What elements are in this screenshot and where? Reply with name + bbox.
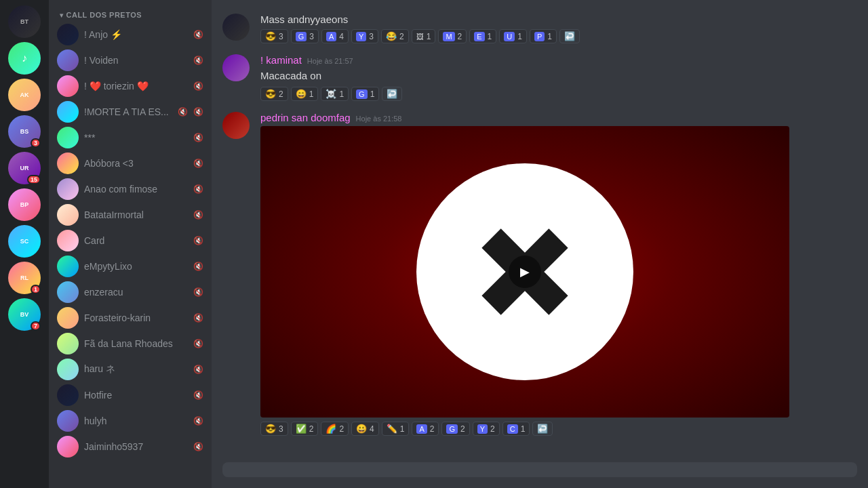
message-content: pedrin san doomfag Hoje às 21:58 ▶ <box>260 112 857 436</box>
add-reaction-button[interactable]: ↩️ <box>532 422 553 436</box>
mute-icon: 🔇 <box>193 287 203 297</box>
server-label: SC <box>20 238 29 245</box>
mute-icon: 🔇 <box>193 313 203 323</box>
reaction-button[interactable]: P1 <box>530 29 557 43</box>
message-avatar <box>222 14 250 41</box>
server-icon-6[interactable]: BP <box>8 188 41 221</box>
member-item[interactable]: hulyh 🔇 <box>52 409 209 433</box>
server-label: ♪ <box>22 52 27 64</box>
message-header: Mass andnyyaeons <box>260 14 857 25</box>
reaction-button[interactable]: G1 <box>351 87 379 101</box>
mute-icon: 🔇 <box>193 184 203 194</box>
member-item[interactable]: Card 🔇 <box>52 228 209 253</box>
reaction-button[interactable]: G2 <box>441 422 469 436</box>
reaction-button[interactable]: Y2 <box>473 422 500 436</box>
message-group: Mass andnyyaeons 😎3 G3 A4 Y3 😂2 🖼1 M2 E1… <box>222 11 857 46</box>
server-icon-1[interactable]: BT <box>8 5 41 38</box>
member-name: *** <box>84 132 188 143</box>
reaction-button[interactable]: ✅2 <box>291 422 319 436</box>
message-avatar <box>222 112 250 139</box>
mute-icon: 🔇 <box>193 30 203 39</box>
server-icon-2[interactable]: ♪ <box>8 42 41 75</box>
message-image[interactable]: ▶ <box>260 126 789 418</box>
reaction-button[interactable]: A2 <box>412 422 439 436</box>
add-reaction-button[interactable]: ↩️ <box>559 29 580 43</box>
add-reaction-button[interactable]: ↩️ <box>382 87 402 101</box>
member-item[interactable]: *** 🔇 <box>52 125 209 150</box>
reaction-button[interactable]: 🌈2 <box>321 422 349 436</box>
play-button[interactable]: ▶ <box>509 256 541 288</box>
mute-icon: 🔇 <box>193 262 203 271</box>
member-item[interactable]: eMpytyLixo 🔇 <box>52 254 209 279</box>
message-header: ! kaminat Hoje às 21:57 <box>260 54 857 66</box>
mute-icon: 🔇 <box>193 133 203 142</box>
avatar <box>57 256 79 277</box>
member-item[interactable]: ! Voiden 🔇 <box>52 48 209 73</box>
mute-icon: 🔇 <box>193 159 203 168</box>
member-item[interactable]: BatataIrmortal 🔇 <box>52 203 209 227</box>
reaction-button[interactable]: A4 <box>321 29 349 43</box>
message-group: pedrin san doomfag Hoje às 21:58 ▶ <box>222 109 857 439</box>
channel-category[interactable]: ▾ CALL DOS PRETOS <box>49 0 212 22</box>
member-name: ! Voiden <box>84 55 188 66</box>
server-icon-9[interactable]: BV 7 <box>8 298 41 331</box>
reaction-button[interactable]: 😎2 <box>260 87 288 101</box>
server-label: AK <box>20 92 29 98</box>
reaction-button[interactable]: ☠️1 <box>321 87 349 101</box>
member-item[interactable]: enzeracu 🔇 <box>52 280 209 304</box>
member-item[interactable]: !MORTE A TIA ES... 🔇 🔇 <box>52 100 209 124</box>
reaction-button[interactable]: E1 <box>469 29 496 43</box>
server-label: UR <box>20 165 29 171</box>
server-label: BV <box>20 311 29 318</box>
message-timestamp: Hoje às 21:57 <box>307 57 353 65</box>
avatar <box>57 152 79 174</box>
avatar <box>57 307 79 329</box>
avatar <box>57 281 79 303</box>
member-item[interactable]: haru ネ 🔇 <box>52 357 209 382</box>
reaction-button[interactable]: 😄1 <box>291 87 319 101</box>
reaction-button[interactable]: M2 <box>438 29 467 43</box>
member-item[interactable]: Anao com fimose 🔇 <box>52 177 209 201</box>
server-label: BT <box>20 18 28 25</box>
server-badge: 3 <box>31 138 41 148</box>
avatar <box>57 101 79 123</box>
message-timestamp: Hoje às 21:58 <box>356 115 402 123</box>
avatar <box>57 75 79 97</box>
reaction-button[interactable]: 😂2 <box>381 29 409 43</box>
member-item[interactable]: Jaiminho5937 🔇 <box>52 434 209 459</box>
member-name: Abóbora <3 <box>84 158 188 169</box>
server-icon-5[interactable]: UR 15 <box>8 152 41 184</box>
reaction-button[interactable]: G3 <box>291 29 319 43</box>
reaction-button[interactable]: C1 <box>502 422 530 436</box>
server-label: RL <box>20 274 28 281</box>
reaction-button[interactable]: 😎3 <box>260 422 288 436</box>
member-item[interactable]: Abóbora <3 🔇 <box>52 151 209 176</box>
reaction-button[interactable]: 😎3 <box>260 29 288 43</box>
member-name: Fã da Lana Rhoades <box>84 338 188 349</box>
server-label: BS <box>20 128 29 135</box>
avatar <box>57 24 79 45</box>
member-item[interactable]: Forasteiro-karin 🔇 <box>52 306 209 330</box>
mute-icon: 🔇 <box>193 236 203 245</box>
mute-icon: 🔇 <box>193 442 203 451</box>
reaction-button[interactable]: 😀4 <box>351 422 379 436</box>
reaction-button[interactable]: 🖼1 <box>412 29 436 43</box>
server-icon-8[interactable]: RL 1 <box>8 262 41 294</box>
mute-icon: 🔇 <box>193 390 203 400</box>
reaction-button[interactable]: ✏️1 <box>382 422 410 436</box>
member-name: haru ネ <box>84 363 188 375</box>
reaction-list: 😎3 G3 A4 Y3 😂2 🖼1 M2 E1 U1 P1 ↩️ <box>260 29 857 43</box>
server-icon-4[interactable]: BS 3 <box>8 115 41 148</box>
member-item[interactable]: Hotfire 🔇 <box>52 383 209 407</box>
reaction-button[interactable]: U1 <box>499 29 527 43</box>
server-icon-3[interactable]: AK <box>8 79 41 111</box>
member-item[interactable]: ! Anjo ⚡ 🔇 <box>52 22 209 47</box>
member-item[interactable]: ! ❤️ toriezin ❤️ 🔇 <box>52 74 209 98</box>
chat-input[interactable] <box>222 462 857 477</box>
reaction-button[interactable]: Y3 <box>351 29 378 43</box>
category-arrow: ▾ <box>60 12 64 19</box>
deafen-icon: 🔇 <box>193 107 203 117</box>
message-avatar <box>222 54 250 81</box>
server-icon-7[interactable]: SC <box>8 225 41 258</box>
member-item[interactable]: Fã da Lana Rhoades 🔇 <box>52 331 209 356</box>
